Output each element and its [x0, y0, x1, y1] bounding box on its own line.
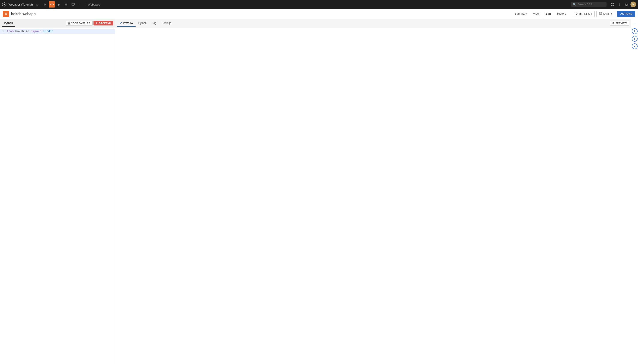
help-icon-btn[interactable]: ?	[616, 1, 622, 8]
backend-button[interactable]: ⟳ BACKEND	[94, 21, 113, 26]
dss-logo[interactable]: D	[2, 2, 7, 7]
right-content	[115, 28, 631, 364]
search-bar[interactable]: 🔍	[571, 2, 606, 7]
notifications-icon-btn[interactable]	[623, 1, 629, 8]
monitor-icon-btn[interactable]	[70, 1, 76, 8]
second-toolbar: ⚙ bokeh webapp Summary View Edit History…	[0, 9, 638, 19]
line-number-1: 1	[0, 29, 7, 34]
saved-button[interactable]: SAVED!	[596, 11, 615, 17]
avatar[interactable]: N	[630, 2, 636, 7]
right-toolbar: ↗ Preview Python Log Settings ⟳ PREVIEW	[115, 19, 631, 28]
svg-rect-16	[600, 14, 601, 14]
app-title: Webapps (Tutorial)	[9, 3, 33, 6]
refresh-button[interactable]: ⟳ REFRESH	[573, 11, 594, 17]
dot-button[interactable]: ●	[632, 44, 637, 49]
code-line-1: 1 from bokeh.io import curdoc	[0, 29, 115, 34]
info-button[interactable]: i	[632, 36, 637, 42]
tab-preview[interactable]: ↗ Preview	[117, 20, 136, 27]
notebook-icon-btn[interactable]	[63, 1, 69, 8]
code-icon: {}	[68, 22, 70, 24]
svg-rect-15	[600, 12, 601, 13]
refresh-icon: ⟳	[576, 12, 578, 16]
svg-text:D: D	[4, 4, 5, 6]
code-icon-btn[interactable]: </>	[49, 1, 55, 8]
actions-button[interactable]: ACTIONS	[617, 11, 635, 17]
run-icon-btn[interactable]: ▶	[56, 1, 62, 8]
preview-link-icon: ↗	[120, 22, 122, 24]
tab-python[interactable]: Python	[2, 20, 15, 27]
gear-icon: ⚙	[5, 12, 8, 16]
nav-right-icons: ? N	[609, 1, 636, 8]
svg-rect-10	[612, 3, 614, 4]
nav-summary[interactable]: Summary	[511, 9, 530, 18]
code-editor[interactable]: 1 from bokeh.io import curdoc	[0, 28, 115, 364]
top-navigation: D Webapps (Tutorial) ▷ ⚙ </> ▶ ··· Webap…	[0, 0, 638, 9]
preview-button[interactable]: ⟳ PREVIEW	[610, 20, 629, 26]
back-button[interactable]: ←	[632, 21, 637, 26]
far-right-sidebar: ← + i ●	[631, 19, 638, 364]
preview-refresh-icon: ⟳	[612, 22, 614, 24]
code-samples-button[interactable]: {} CODE SAMPLES	[66, 21, 93, 26]
search-input[interactable]	[577, 3, 604, 6]
webapp-settings-icon[interactable]: ⚙	[3, 11, 9, 17]
main-area: Python {} CODE SAMPLES ⟳ BACKEND 1 from …	[0, 19, 638, 364]
tab-settings[interactable]: Settings	[159, 20, 174, 27]
more-icon-btn[interactable]: ···	[77, 1, 83, 8]
webapp-title: bokeh webapp	[11, 12, 510, 16]
search-icon: 🔍	[573, 3, 576, 6]
breadcrumb: Webapps	[88, 3, 100, 6]
tab-log[interactable]: Log	[149, 20, 159, 27]
left-toolbar: Python {} CODE SAMPLES ⟳ BACKEND	[0, 19, 115, 28]
nav-history[interactable]: History	[554, 9, 569, 18]
settings-icon-btn[interactable]: ⚙	[42, 1, 48, 8]
grid-icon-btn[interactable]	[609, 1, 615, 8]
deploy-icon-btn[interactable]: ▷	[35, 1, 41, 8]
right-panel: ↗ Preview Python Log Settings ⟳ PREVIEW	[115, 19, 631, 364]
add-button[interactable]: +	[632, 28, 637, 34]
svg-rect-6	[72, 3, 75, 5]
nav-edit[interactable]: Edit	[542, 9, 554, 18]
webapp-nav: Summary View Edit History	[511, 9, 569, 18]
svg-rect-9	[611, 3, 612, 4]
nav-view[interactable]: View	[530, 9, 542, 18]
sync-icon: ⟳	[96, 22, 98, 24]
svg-rect-12	[612, 5, 614, 6]
save-icon	[599, 12, 602, 16]
svg-rect-11	[611, 5, 612, 6]
left-panel: Python {} CODE SAMPLES ⟳ BACKEND 1 from …	[0, 19, 115, 364]
tab-python-right[interactable]: Python	[136, 20, 149, 27]
